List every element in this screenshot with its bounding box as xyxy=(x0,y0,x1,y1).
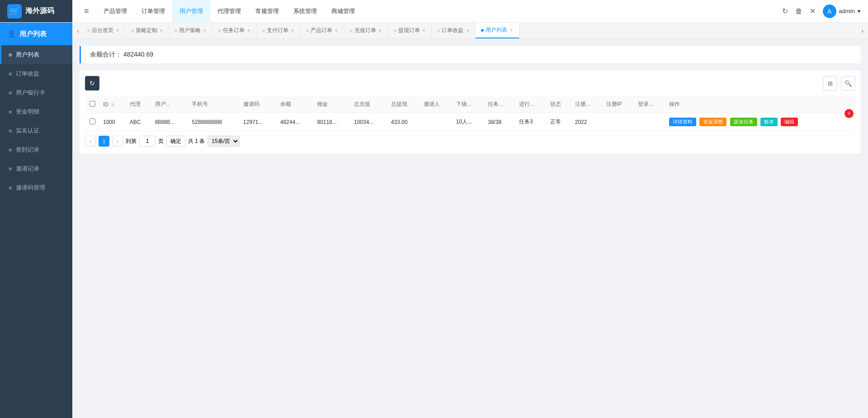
tab-pay-order[interactable]: 支付订单 × xyxy=(257,23,301,38)
sidebar-item-user-bank[interactable]: ≡ 用户银行卡 xyxy=(0,83,72,102)
action-edit-button[interactable]: 编辑 xyxy=(781,118,798,126)
tab-dot-task-order xyxy=(218,29,221,32)
th-id-label: ID xyxy=(103,101,108,108)
sidebar-item-checkin[interactable]: ≡ 签到记录 xyxy=(0,140,72,159)
page-input[interactable] xyxy=(139,136,156,147)
tab-prev-arrow[interactable]: ‹ xyxy=(74,27,82,34)
tab-user-list[interactable]: 用户列表 × xyxy=(476,23,519,38)
td-agent: ABC xyxy=(126,113,151,131)
action-copy-button[interactable]: 账本 xyxy=(760,118,778,126)
sidebar-item-icon-asset-detail: ≡ xyxy=(9,109,12,115)
sidebar-item-asset-detail[interactable]: ≡ 资金明细 xyxy=(0,102,72,121)
sidebar-item-user-list[interactable]: ≡ 用户列表 xyxy=(0,45,72,64)
th-total-withdraw: 总提现 xyxy=(387,96,420,113)
page-size-select[interactable]: 10条/页 15条/页 20条/页 50条/页 xyxy=(208,136,240,147)
row-checkbox[interactable] xyxy=(90,119,95,124)
page-prev-button[interactable]: ‹ xyxy=(85,136,96,147)
nav-user[interactable]: 用户管理 xyxy=(172,0,210,22)
sort-id-icon[interactable]: ⇅ xyxy=(111,102,114,107)
tab-recharge-order[interactable]: 充值订单 × xyxy=(344,23,388,38)
th-progress-label: 进行... xyxy=(519,101,534,107)
action-assign-task-button[interactable]: 派发任务 xyxy=(730,118,757,126)
app-title: 海外源码 xyxy=(25,6,54,16)
th-phone: 手机号 xyxy=(188,96,240,113)
table-wrapper: ID ⇅ 代理 用户... 手机号 邀请码 余额 佣金 总充值 总提现 xyxy=(85,96,855,131)
nav-shop[interactable]: 商城管理 xyxy=(324,0,362,22)
tab-close-home[interactable]: × xyxy=(115,28,120,33)
td-login-time xyxy=(634,113,665,131)
td-inviter xyxy=(420,113,453,131)
td-total-charge: 10034... xyxy=(350,113,387,131)
nav-product[interactable]: 产品管理 xyxy=(96,0,134,22)
table-refresh-button[interactable]: ↻ xyxy=(85,76,99,90)
td-total-withdraw: 433.00 xyxy=(387,113,420,131)
app-logo[interactable]: 🛒 海外源码 xyxy=(0,0,72,22)
page-1-button[interactable]: 1 xyxy=(99,136,109,147)
tab-close-task-order[interactable]: × xyxy=(246,28,251,33)
tab-withdraw-order[interactable]: 提现订单 × xyxy=(388,23,432,38)
float-close-button[interactable]: × xyxy=(844,109,854,118)
admin-info[interactable]: A admin ▾ xyxy=(823,5,861,18)
table-layout-button[interactable]: ⊞ xyxy=(823,76,837,90)
tab-close-withdraw-order[interactable]: × xyxy=(422,28,426,33)
nav-agent[interactable]: 代理管理 xyxy=(210,0,248,22)
td-subordinate: 10人... xyxy=(453,113,485,131)
refresh-icon[interactable]: ↻ xyxy=(782,7,788,15)
page-confirm-button[interactable]: 确定 xyxy=(166,136,185,147)
tab-product-order[interactable]: 产品订单 × xyxy=(301,23,344,38)
nav-hamburger[interactable]: ≡ xyxy=(77,0,96,22)
tab-order-income[interactable]: 订单收益 × xyxy=(432,23,476,38)
table-search-button[interactable]: 🔍 xyxy=(841,76,855,90)
table-body: 1000 ABC 88888... 5288888888 12971... 48… xyxy=(85,113,855,131)
sidebar-item-order-income[interactable]: ≡ 订单收益 xyxy=(0,64,72,83)
toolbar-right: ⊞ 🔍 xyxy=(823,76,855,90)
action-adjust-button[interactable]: 资金调整 xyxy=(699,118,726,126)
td-actions: 详情资料 资金调整 派发任务 账本 编辑 xyxy=(665,113,855,131)
tab-close-user-strategy[interactable]: × xyxy=(203,28,207,33)
tab-strategy[interactable]: 策略定制 × xyxy=(126,23,170,38)
tab-home[interactable]: 后台首页 × xyxy=(82,23,126,38)
sidebar-header[interactable]: 👤 用户列表 xyxy=(0,23,72,45)
tab-user-strategy[interactable]: 用户策略 × xyxy=(169,23,213,38)
th-inviter-label: 邀请人 xyxy=(424,101,440,107)
pagination: ‹ 1 › 到第 页 确定 共 1 条 10条/页 15条/页 20条/页 50… xyxy=(85,131,855,148)
sidebar-item-icon-user-list: ≡ xyxy=(9,52,12,58)
sidebar-item-invite-record[interactable]: ≡ 邀请记录 xyxy=(0,159,72,178)
tab-close-product-order[interactable]: × xyxy=(334,28,339,33)
tab-bar: ‹ 后台首页 × 策略定制 × 用户策略 × xyxy=(72,23,868,39)
tab-close-user-list[interactable]: × xyxy=(509,28,514,33)
chevron-down-icon: ▾ xyxy=(858,8,861,14)
trash-icon[interactable]: 🗑 xyxy=(795,7,802,15)
page-next-button[interactable]: › xyxy=(112,136,123,147)
th-total-charge: 总充值 xyxy=(350,96,387,113)
tab-dot-recharge-order xyxy=(350,29,353,32)
sidebar-item-icon-real-name: ≡ xyxy=(9,128,12,134)
right-content: ‹ 后台首页 × 策略定制 × 用户策略 × xyxy=(72,23,868,418)
th-commission-label: 佣金 xyxy=(317,101,328,107)
action-detail-button[interactable]: 详情资料 xyxy=(669,118,696,126)
select-all-checkbox[interactable] xyxy=(90,101,95,107)
td-reg-time: 2022 xyxy=(571,113,603,131)
th-invite-code: 邀请码 xyxy=(240,96,277,113)
nav-regular[interactable]: 常规管理 xyxy=(248,0,286,22)
tab-close-strategy[interactable]: × xyxy=(159,28,164,33)
top-navigation: 🛒 海外源码 ≡ 产品管理 订单管理 用户管理 代理管理 常规管理 系统管理 商… xyxy=(0,0,868,23)
th-task: 任务... xyxy=(484,96,515,113)
tab-task-order[interactable]: 任务订单 × xyxy=(213,23,257,38)
nav-order[interactable]: 订单管理 xyxy=(134,0,172,22)
close-icon[interactable]: ✕ xyxy=(810,7,816,15)
tab-close-order-income[interactable]: × xyxy=(465,28,470,33)
tab-close-pay-order[interactable]: × xyxy=(290,28,295,33)
sidebar-item-real-name[interactable]: ≡ 实名认证 xyxy=(0,121,72,140)
sidebar-item-label-asset-detail: 资金明细 xyxy=(16,108,39,116)
sidebar-item-invite-code[interactable]: ≡ 邀请码管理 xyxy=(0,178,72,197)
th-balance-label: 余额 xyxy=(280,101,291,107)
tab-close-recharge-order[interactable]: × xyxy=(378,28,382,33)
nav-system[interactable]: 系统管理 xyxy=(286,0,324,22)
sidebar-item-label-invite-code: 邀请码管理 xyxy=(16,184,45,192)
tab-next-arrow[interactable]: › xyxy=(859,27,866,34)
sidebar-item-label-order-income: 订单收益 xyxy=(16,70,39,78)
sidebar-item-label-user-list: 用户列表 xyxy=(16,51,39,59)
td-id: 1000 xyxy=(99,113,126,131)
th-subordinate-label: 下级... xyxy=(456,101,472,107)
